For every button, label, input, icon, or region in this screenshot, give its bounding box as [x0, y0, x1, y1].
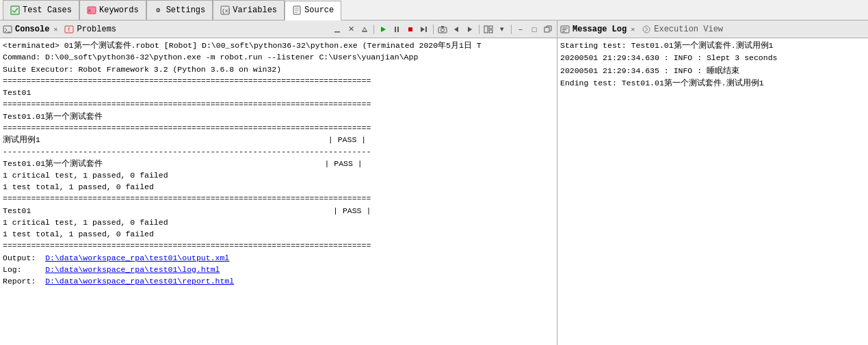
console-report-line: Report: D:\data\workspace_rpa\test01\rep…	[3, 275, 554, 287]
output-link[interactable]: D:\data\workspace_rpa\test01\output.xml	[45, 253, 229, 262]
msg-line-3: 20200501 21:29:34.635 : INFO : 睡眠结束	[560, 65, 865, 77]
restore-btn[interactable]	[542, 23, 554, 36]
console-toolbar: ✕	[331, 23, 554, 36]
svg-rect-0	[11, 6, 19, 14]
svg-rect-18	[408, 27, 412, 31]
minimize-console-btn[interactable]	[331, 23, 343, 36]
toolbar-sep4	[511, 25, 512, 34]
screenshot-btn[interactable]	[436, 23, 449, 36]
svg-point-34	[643, 26, 650, 33]
message-log-title: Message Log	[573, 25, 627, 34]
console-sep-1: ========================================…	[3, 75, 554, 87]
report-link[interactable]: D:\data\workspace_rpa\test01\report.html	[45, 277, 234, 286]
prev-result-btn[interactable]	[450, 23, 462, 36]
message-log-content[interactable]: Starting test: Test01.01第一个测试套件.测试用例1 20…	[557, 38, 868, 345]
source-icon	[292, 5, 302, 15]
pause-btn[interactable]	[391, 23, 403, 36]
message-log-close[interactable]: ✕	[629, 25, 636, 33]
layout-btn[interactable]	[482, 23, 495, 36]
toolbar-sep3	[479, 25, 479, 34]
console-panel-header: Console ✕ ! Problems ✕	[0, 20, 557, 38]
svg-rect-29	[544, 27, 549, 32]
svg-text:{x}: {x}	[222, 8, 230, 14]
next-result-btn[interactable]	[464, 23, 476, 36]
main-layout: Console ✕ ! Problems ✕	[0, 20, 868, 345]
console-sep-5: ========================================…	[3, 240, 554, 251]
tab-settings-label: Settings	[166, 5, 206, 15]
execution-view-title: Execution View	[654, 25, 723, 34]
tab-source[interactable]: Source	[285, 1, 341, 20]
settings-icon: ⚙	[154, 5, 163, 15]
console-line-10: 1 critical test, 1 passed, 0 failed	[3, 217, 554, 228]
tab-variables-label: Variables	[233, 5, 277, 15]
svg-rect-17	[397, 27, 399, 32]
console-line-1: Command: D:\00_soft\python36-32\python.e…	[3, 51, 554, 63]
console-sep-3: ========================================…	[3, 122, 554, 134]
msg-line-2: 20200501 21:29:34.630 : INFO : Slept 3 s…	[560, 52, 865, 64]
svg-text:!: !	[67, 27, 70, 33]
close-console-btn[interactable]: ✕	[345, 23, 357, 36]
keywords-icon: K	[87, 5, 96, 15]
svg-marker-24	[454, 27, 458, 32]
msg-line-4: Ending test: Test01.01第一个测试套件.测试用例1	[560, 77, 865, 89]
console-sep-2: ========================================…	[3, 98, 554, 110]
console-line-11: 1 test total, 1 passed, 0 failed	[3, 228, 554, 240]
svg-marker-15	[381, 27, 386, 32]
problems-icon: !	[64, 25, 74, 34]
log-link[interactable]: D:\data\workspace_rpa\test01\log.html	[45, 265, 220, 274]
svg-rect-16	[395, 27, 396, 32]
console-line-2: Suite Executor: Robot Framework 3.2 (Pyt…	[3, 64, 554, 75]
console-line-8: 1 test total, 1 passed, 0 failed	[3, 181, 554, 193]
console-close-btn[interactable]: ✕	[52, 25, 59, 33]
console-line-7: 1 critical test, 1 passed, 0 failed	[3, 169, 554, 181]
console-line-4: Test01.01第一个测试套件	[3, 111, 554, 122]
console-line-9: Test01 | PASS |	[3, 205, 554, 217]
svg-rect-27	[489, 26, 492, 29]
console-line-6: Test01.01第一个测试套件 | PASS |	[3, 158, 554, 169]
svg-rect-20	[425, 27, 427, 32]
console-line-5: 测试用例1 | PASS |	[3, 134, 554, 146]
svg-marker-25	[468, 27, 472, 32]
execution-view-tab[interactable]: Execution View	[642, 25, 723, 34]
tab-variables[interactable]: {x} Variables	[213, 0, 285, 20]
tab-keywords-label: Keywords	[99, 5, 139, 15]
tab-settings[interactable]: ⚙ Settings	[146, 0, 213, 20]
tab-test-cases-label: Test Cases	[23, 5, 72, 15]
right-panel-header: Message Log ✕ Execution View	[557, 20, 868, 38]
svg-rect-28	[489, 30, 492, 33]
stop-btn[interactable]	[404, 23, 417, 36]
step-btn[interactable]	[418, 23, 430, 36]
console-line-header: <terminated> 01第一个测试套件.robot [Robot] D:\…	[3, 40, 554, 51]
console-log-line: Log: D:\data\workspace_rpa\test01\log.ht…	[3, 264, 554, 275]
left-panel: Console ✕ ! Problems ✕	[0, 20, 557, 345]
svg-rect-13	[334, 31, 340, 33]
console-tab[interactable]: Console ✕	[3, 25, 59, 34]
svg-rect-26	[484, 26, 488, 33]
console-sep-4: ========================================…	[3, 193, 554, 204]
execution-view-icon	[642, 25, 651, 34]
run-btn[interactable]	[377, 23, 389, 36]
dropdown-btn[interactable]: ▾	[496, 23, 508, 36]
console-output-line: Output: D:\data\workspace_rpa\test01\out…	[3, 252, 554, 264]
tab-keywords[interactable]: K Keywords	[79, 0, 146, 20]
message-log-icon	[560, 25, 570, 34]
clear-console-btn[interactable]	[358, 23, 371, 36]
toolbar-sep2	[433, 25, 434, 34]
msg-line-1: Starting test: Test01.01第一个测试套件.测试用例1	[560, 40, 865, 52]
console-output[interactable]: <terminated> 01第一个测试套件.robot [Robot] D:\…	[0, 38, 557, 345]
console-icon	[3, 25, 12, 34]
svg-rect-23	[441, 26, 444, 27]
right-panel: Message Log ✕ Execution View Starting te…	[557, 20, 868, 345]
tab-source-label: Source	[304, 5, 334, 15]
tab-test-cases[interactable]: Test Cases	[3, 0, 79, 20]
minimize2-btn[interactable]: −	[514, 23, 527, 36]
problems-tab[interactable]: ! Problems	[64, 25, 116, 34]
message-log-tab[interactable]: Message Log ✕	[560, 25, 636, 34]
test-cases-icon	[10, 5, 20, 15]
maximize-btn[interactable]: □	[528, 23, 540, 36]
problems-title: Problems	[77, 25, 116, 34]
toolbar-sep1	[373, 25, 374, 34]
svg-point-22	[441, 28, 445, 31]
top-tab-bar: Test Cases K Keywords ⚙ Settings {x} Var…	[0, 0, 868, 20]
console-title: Console	[15, 25, 49, 34]
